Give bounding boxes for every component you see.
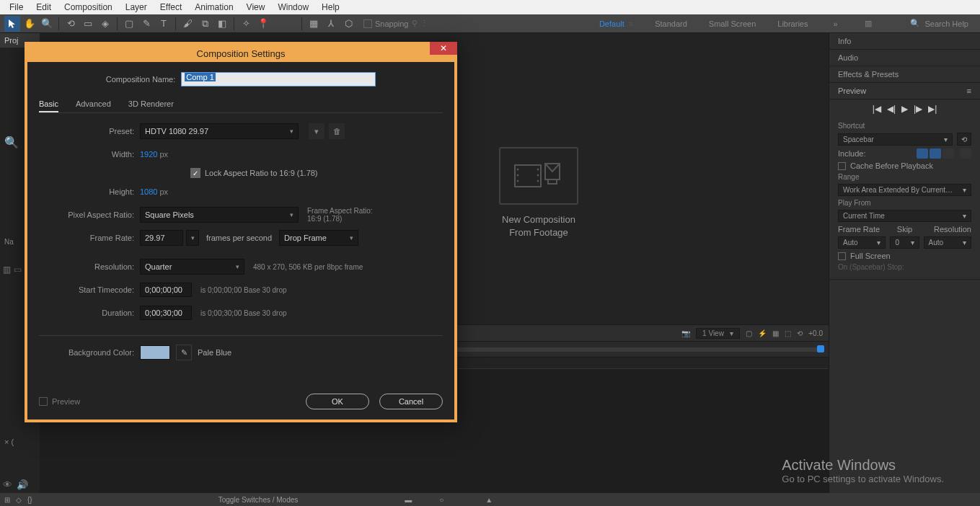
lock-aspect-checkbox[interactable]: ✓ [190,168,200,178]
rect-tool-icon[interactable]: ▢ [121,16,137,32]
status-icon-2[interactable]: ◇ [16,496,22,504]
speaker-icon[interactable]: 🔊 [17,479,28,490]
pen-tool-icon[interactable]: ✎ [138,16,154,32]
prev-frame-icon[interactable]: ◀| [887,104,896,114]
workspace-standard[interactable]: Standard [655,19,687,28]
menu-file[interactable]: File [3,1,30,14]
zoom-tool-icon[interactable]: 🔍 [39,16,55,32]
new-comp-footage-icon[interactable] [499,147,578,205]
puppet-tool-icon[interactable]: 📍 [255,16,271,32]
preset-select[interactable]: HDTV 1080 29.97▾ [140,123,299,139]
height-value[interactable]: 1080 [140,187,157,196]
menu-edit[interactable]: Edit [30,1,58,14]
skip-select[interactable]: 0▾ [890,236,919,249]
snapping-checkbox[interactable] [363,19,372,28]
next-frame-icon[interactable]: |▶ [914,104,922,114]
comp-resolution-select[interactable]: Quarter▾ [140,259,244,275]
zoom-out-icon[interactable]: ▬ [405,496,412,504]
menu-window[interactable]: Window [271,1,315,14]
ok-button[interactable]: OK [306,394,369,409]
include-audio-icon[interactable] [930,148,941,159]
play-icon[interactable]: ▶ [901,104,908,114]
toggle-switches-button[interactable]: Toggle Switches / Modes [218,496,299,504]
orbit-tool-icon[interactable]: ⟲ [63,16,79,32]
fps-input[interactable]: 29.97 [140,230,183,246]
dialog-close-button[interactable]: ✕ [430,42,457,55]
audio-icon[interactable]: 👁 [3,479,12,490]
timeline-none-tab[interactable]: × ( [0,436,40,448]
workspace-overflow-icon[interactable]: » [829,18,841,30]
menu-help[interactable]: Help [315,1,346,14]
duration-input[interactable]: 0;00;30;00 [140,306,192,320]
workspace-menu-icon[interactable]: ≡ [629,19,633,28]
width-value[interactable]: 1920 [140,150,157,159]
region-icon[interactable]: ⬚ [785,329,791,337]
snapping-magnet-icon[interactable]: ⚲ [412,19,418,28]
cancel-button[interactable]: Cancel [379,394,443,409]
zoom-handle-icon[interactable]: ○ [439,496,443,504]
panel-audio[interactable]: Audio [829,50,980,66]
bgcolor-swatch[interactable] [140,345,170,360]
resolution-select[interactable]: Auto▾ [924,236,971,249]
mesh-icon[interactable]: ▦ [306,16,322,32]
panel-effects-presets[interactable]: Effects & Presets [829,66,980,83]
axis-icon[interactable]: ⅄ [323,16,339,32]
project-bin-icon[interactable]: ▥ [3,265,11,275]
hand-tool-icon[interactable]: ✋ [22,16,37,32]
menu-view[interactable]: View [240,1,272,14]
timeline-end-marker[interactable] [817,345,824,352]
preset-save-icon[interactable]: ▾ [309,123,325,139]
menu-composition[interactable]: Composition [58,1,119,14]
workspace-libraries[interactable]: Libraries [777,19,808,28]
menu-effect[interactable]: Effect [154,1,188,14]
brush-tool-icon[interactable]: 🖌 [180,16,195,32]
roto-tool-icon[interactable]: ✧ [238,16,254,32]
eraser-tool-icon[interactable]: ◧ [214,16,230,32]
panel-info[interactable]: Info [829,33,980,50]
project-search-icon[interactable]: 🔍 [4,136,17,148]
start-tc-input[interactable]: 0;00;00;00 [140,283,192,297]
comp-name-input[interactable]: Comp 1 [181,72,376,86]
eyedropper-icon[interactable]: ✎ [176,345,192,360]
panel-menu-icon[interactable]: ≡ [967,86,971,95]
status-icon-3[interactable]: {} [27,496,32,504]
tab-advanced[interactable]: Advanced [76,99,111,108]
tab-basic[interactable]: Basic [39,99,58,112]
menu-animation[interactable]: Animation [188,1,239,14]
menu-layer[interactable]: Layer [119,1,154,14]
exposure-reset-icon[interactable]: ⟲ [797,329,803,337]
tab-3d-renderer[interactable]: 3D Renderer [128,99,174,108]
playfrom-select[interactable]: Current Time▾ [838,210,971,222]
fps-dropdown[interactable]: ▾ [186,230,199,246]
type-tool-icon[interactable]: T [156,16,172,32]
snapping-options-icon[interactable]: ⋮ [420,19,428,28]
camera-icon[interactable]: 📷 [681,329,690,337]
include-video-icon[interactable] [917,148,928,159]
last-frame-icon[interactable]: ▶| [928,104,937,114]
search-help[interactable]: 🔍 Search Help [910,19,968,28]
panel-preview[interactable]: Preview≡ [829,83,980,99]
preview-checkbox[interactable] [39,397,48,406]
local-axis-icon[interactable]: ⬡ [340,16,356,32]
cache-checkbox[interactable] [838,162,846,170]
view-layout-select[interactable]: 1 View ▾ [696,328,740,339]
framerate-select[interactable]: Auto▾ [838,236,886,249]
pan-behind-tool-icon[interactable]: ◈ [97,16,113,32]
workspace-panel-icon[interactable]: ▥ [862,18,874,30]
clone-tool-icon[interactable]: ⧉ [197,16,213,32]
zoom-in-icon[interactable]: ▲ [485,496,493,504]
camera-tool-icon[interactable]: ▭ [80,16,96,32]
workspace-default[interactable]: Default [599,19,624,28]
fullscreen-checkbox[interactable] [838,252,846,260]
workspace-small-screen[interactable]: Small Screen [709,19,756,28]
snapping-toggle[interactable]: Snapping ⚲ ⋮ [363,19,428,28]
pixel-aspect-icon[interactable]: ▢ [746,329,752,337]
selection-tool-icon[interactable] [4,16,20,32]
status-icon-1[interactable]: ⊞ [4,496,10,504]
exposure-value[interactable]: +0.0 [808,329,823,337]
fast-preview-icon[interactable]: ⚡ [758,329,767,337]
dropframe-select[interactable]: Drop Frame▾ [279,230,358,246]
shortcut-select[interactable]: Spacebar▾ [838,133,953,146]
shortcut-reset-icon[interactable]: ⟲ [957,133,971,146]
loop-icon[interactable] [960,148,971,159]
